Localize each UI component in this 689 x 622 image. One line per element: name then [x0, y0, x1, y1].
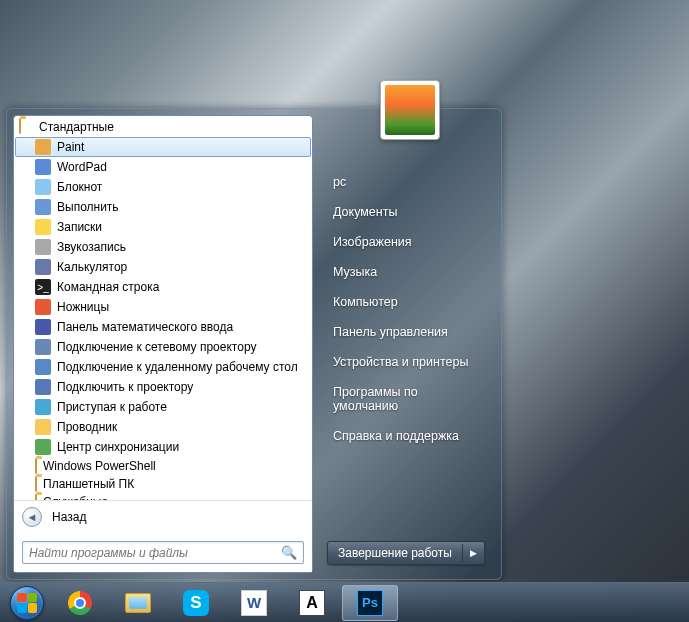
program-label: Центр синхронизации: [57, 440, 179, 454]
right-panel-item[interactable]: Музыка: [327, 257, 487, 287]
explorer-icon: [124, 589, 152, 617]
back-button[interactable]: ◄ Назад: [14, 500, 312, 533]
photoshop-icon: Ps: [356, 589, 384, 617]
run-icon: [35, 199, 51, 215]
shutdown-label[interactable]: Завершение работы: [328, 542, 462, 564]
program-label: Выполнить: [57, 200, 119, 214]
program-label: Подключить к проектору: [57, 380, 193, 394]
program-item-getting-started[interactable]: Приступая к работе: [15, 397, 311, 417]
subfolder-item[interactable]: Windows PowerShell: [15, 457, 311, 475]
sound-recorder-icon: [35, 239, 51, 255]
taskbar-item-app-a[interactable]: A: [284, 585, 340, 621]
start-menu-left-panel: Стандартные PaintWordPadБлокнотВыполнить…: [13, 115, 313, 573]
program-item-math-input[interactable]: Панель математического ввода: [15, 317, 311, 337]
right-panel-item[interactable]: Документы: [327, 197, 487, 227]
getting-started-icon: [35, 399, 51, 415]
taskbar-item-word[interactable]: W: [226, 585, 282, 621]
search-input[interactable]: [29, 546, 281, 560]
folder-icon: [35, 477, 37, 491]
folder-label: Служебные: [43, 495, 108, 500]
program-item-network-projector[interactable]: Подключение к сетевому проектору: [15, 337, 311, 357]
program-item-sticky-notes[interactable]: Записки: [15, 217, 311, 237]
back-arrow-icon: ◄: [22, 507, 42, 527]
program-label: Подключение к удаленному рабочему стол: [57, 360, 298, 374]
program-item-paint[interactable]: Paint: [15, 137, 311, 157]
program-item-projector[interactable]: Подключить к проектору: [15, 377, 311, 397]
program-item-explorer[interactable]: Проводник: [15, 417, 311, 437]
shutdown-button[interactable]: Завершение работы ▶: [327, 541, 485, 565]
program-item-notepad[interactable]: Блокнот: [15, 177, 311, 197]
program-label: Проводник: [57, 420, 117, 434]
program-label: Ножницы: [57, 300, 109, 314]
all-programs-list[interactable]: Стандартные PaintWordPadБлокнотВыполнить…: [14, 116, 312, 500]
program-label: Командная строка: [57, 280, 159, 294]
cmd-icon: >_: [35, 279, 51, 295]
explorer-icon: [35, 419, 51, 435]
taskbar-item-photoshop[interactable]: Ps: [342, 585, 398, 621]
sticky-notes-icon: [35, 219, 51, 235]
right-panel-item[interactable]: Панель управления: [327, 317, 487, 347]
subfolder-item[interactable]: Планшетный ПК: [15, 475, 311, 493]
right-panel-item[interactable]: Изображения: [327, 227, 487, 257]
program-label: Панель математического ввода: [57, 320, 233, 334]
flower-avatar-icon: [385, 85, 435, 135]
snipping-tool-icon: [35, 299, 51, 315]
right-panel-item[interactable]: Компьютер: [327, 287, 487, 317]
paint-icon: [35, 139, 51, 155]
math-input-icon: [35, 319, 51, 335]
program-item-sync-center[interactable]: Центр синхронизации: [15, 437, 311, 457]
network-projector-icon: [35, 339, 51, 355]
taskbar: SWAPs: [0, 582, 689, 622]
windows-logo-icon: [10, 586, 44, 620]
program-label: Записки: [57, 220, 102, 234]
program-item-cmd[interactable]: >_Командная строка: [15, 277, 311, 297]
user-account-picture[interactable]: [380, 80, 440, 140]
start-menu-right-panel: pcДокументыИзображенияМузыкаКомпьютерПан…: [313, 115, 495, 573]
program-item-sound-recorder[interactable]: Звукозапись: [15, 237, 311, 257]
start-menu: Стандартные PaintWordPadБлокнотВыполнить…: [6, 108, 502, 580]
program-item-run[interactable]: Выполнить: [15, 197, 311, 217]
remote-desktop-icon: [35, 359, 51, 375]
right-panel-item[interactable]: Программы по умолчанию: [327, 377, 487, 421]
program-label: Калькулятор: [57, 260, 127, 274]
folder-icon: [35, 459, 37, 473]
projector-icon: [35, 379, 51, 395]
folder-icon: [35, 495, 37, 500]
program-label: Подключение к сетевому проектору: [57, 340, 256, 354]
folder-label: Планшетный ПК: [43, 477, 134, 491]
program-label: Paint: [57, 140, 84, 154]
program-label: Блокнот: [57, 180, 102, 194]
app-a-icon: A: [298, 589, 326, 617]
search-icon: 🔍: [281, 545, 297, 560]
start-button[interactable]: [4, 585, 50, 621]
folder-label: Windows PowerShell: [43, 459, 156, 473]
calculator-icon: [35, 259, 51, 275]
notepad-icon: [35, 179, 51, 195]
program-item-remote-desktop[interactable]: Подключение к удаленному рабочему стол: [15, 357, 311, 377]
program-item-wordpad[interactable]: WordPad: [15, 157, 311, 177]
skype-icon: S: [182, 589, 210, 617]
back-label: Назад: [52, 510, 86, 524]
wordpad-icon: [35, 159, 51, 175]
folder-label: Стандартные: [39, 120, 114, 134]
shutdown-row: Завершение работы ▶: [327, 533, 487, 565]
taskbar-item-chrome[interactable]: [52, 585, 108, 621]
search-box[interactable]: 🔍: [22, 541, 304, 564]
program-item-snipping-tool[interactable]: Ножницы: [15, 297, 311, 317]
folder-header-accessories[interactable]: Стандартные: [15, 117, 311, 137]
right-panel-item[interactable]: pc: [327, 167, 487, 197]
shutdown-options-arrow[interactable]: ▶: [462, 544, 484, 562]
taskbar-item-skype[interactable]: S: [168, 585, 224, 621]
program-label: Приступая к работе: [57, 400, 167, 414]
program-item-calculator[interactable]: Калькулятор: [15, 257, 311, 277]
subfolder-item[interactable]: Служебные: [15, 493, 311, 500]
folder-open-icon: [19, 119, 35, 135]
taskbar-item-explorer[interactable]: [110, 585, 166, 621]
right-panel-item[interactable]: Справка и поддержка: [327, 421, 487, 451]
program-label: Звукозапись: [57, 240, 126, 254]
word-icon: W: [240, 589, 268, 617]
right-panel-item[interactable]: Устройства и принтеры: [327, 347, 487, 377]
program-label: WordPad: [57, 160, 107, 174]
chrome-icon: [66, 589, 94, 617]
sync-center-icon: [35, 439, 51, 455]
